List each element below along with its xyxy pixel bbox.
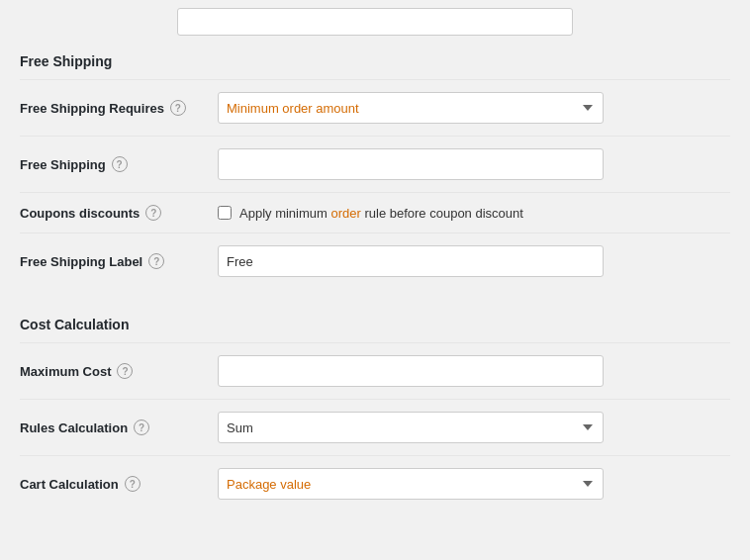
cart-calculation-help-icon[interactable]: ?	[125, 476, 141, 492]
rules-calculation-row: Rules Calculation ? Sum Average Maximum …	[20, 399, 730, 455]
coupons-discounts-help-icon[interactable]: ?	[145, 205, 161, 221]
free-shipping-label-control	[218, 245, 730, 277]
maximum-cost-control	[218, 355, 730, 387]
cost-calculation-section: Cost Calculation Maximum Cost ? Rules Ca…	[0, 299, 750, 521]
free-shipping-label-row: Free Shipping Label ?	[20, 233, 730, 289]
cart-calculation-label: Cart Calculation ?	[20, 476, 218, 492]
free-shipping-amount-help-icon[interactable]: ?	[112, 156, 128, 172]
free-shipping-amount-label: Free Shipping ?	[20, 156, 218, 172]
free-shipping-amount-row: Free Shipping ?	[20, 136, 730, 192]
coupons-discounts-row: Coupons discounts ? Apply minimum order …	[20, 192, 730, 233]
coupons-discounts-label: Coupons discounts ?	[20, 205, 218, 221]
cart-calculation-control: Package value Cart subtotal Cart total	[218, 468, 730, 500]
rules-calculation-label: Rules Calculation ?	[20, 420, 218, 435]
free-shipping-amount-control	[218, 148, 730, 180]
cost-calculation-title: Cost Calculation	[20, 309, 730, 332]
free-shipping-requires-control: None A valid free shipping coupon Minimu…	[218, 92, 730, 124]
free-shipping-label-input[interactable]	[218, 245, 604, 277]
free-shipping-requires-label: Free Shipping Requires ?	[20, 100, 218, 116]
coupons-discounts-checkbox-label: Apply minimum order rule before coupon d…	[239, 206, 523, 221]
maximum-cost-row: Maximum Cost ?	[20, 342, 730, 399]
coupons-discounts-checkbox-row: Apply minimum order rule before coupon d…	[218, 206, 730, 221]
page-wrapper: Free Shipping Free Shipping Requires ? N…	[0, 0, 750, 560]
rules-calculation-control: Sum Average Maximum Minimum	[218, 412, 730, 443]
free-shipping-requires-select[interactable]: None A valid free shipping coupon Minimu…	[218, 92, 604, 124]
top-bar	[0, 0, 750, 36]
maximum-cost-label: Maximum Cost ?	[20, 363, 218, 379]
rules-calculation-select[interactable]: Sum Average Maximum Minimum	[218, 412, 604, 443]
maximum-cost-input[interactable]	[218, 355, 604, 387]
free-shipping-title: Free Shipping	[20, 46, 730, 69]
free-shipping-requires-help-icon[interactable]: ?	[170, 100, 186, 116]
top-bar-input[interactable]	[177, 8, 573, 36]
free-shipping-requires-row: Free Shipping Requires ? None A valid fr…	[20, 79, 730, 136]
coupons-discounts-checkbox[interactable]	[218, 206, 232, 220]
maximum-cost-help-icon[interactable]: ?	[117, 363, 133, 379]
coupons-discounts-control: Apply minimum order rule before coupon d…	[218, 206, 730, 221]
free-shipping-section: Free Shipping Free Shipping Requires ? N…	[0, 36, 750, 299]
free-shipping-label-label: Free Shipping Label ?	[20, 253, 218, 269]
free-shipping-label-help-icon[interactable]: ?	[148, 253, 164, 269]
cart-calculation-select[interactable]: Package value Cart subtotal Cart total	[218, 468, 604, 500]
rules-calculation-help-icon[interactable]: ?	[134, 420, 149, 435]
free-shipping-amount-input[interactable]	[218, 148, 604, 180]
cart-calculation-row: Cart Calculation ? Package value Cart su…	[20, 455, 730, 512]
